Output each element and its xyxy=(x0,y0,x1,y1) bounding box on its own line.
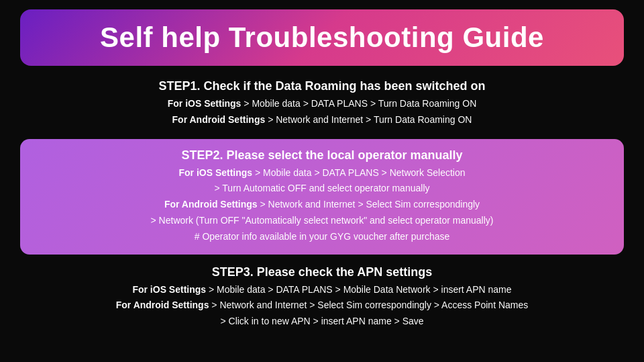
step1-android-text: > Network and Internet > Turn Data Roami… xyxy=(265,114,472,125)
step1-ios-text: > Mobile data > DATA PLANS > Turn Data R… xyxy=(241,98,476,109)
step2-ios-text: > Mobile data > DATA PLANS > Network Sel… xyxy=(252,167,465,178)
step3-android-bold: For Android Settings xyxy=(116,300,209,310)
step3-block: STEP3. Please check the APN settings For… xyxy=(20,259,624,336)
step2-line3: For Android Settings > Network and Inter… xyxy=(40,197,604,213)
step2-operator-info: # Operator info available in your GYG vo… xyxy=(195,231,450,242)
step2-line5: # Operator info available in your GYG vo… xyxy=(40,229,604,245)
step2-android-text: > Network and Internet > Select Sim corr… xyxy=(258,199,480,210)
step1-title: STEP1. Check if the Data Roaming has bee… xyxy=(34,79,610,93)
step3-ios-bold: For iOS Settings xyxy=(132,284,206,295)
step2-line2: > Turn Automatic OFF and select operator… xyxy=(40,181,604,197)
step2-line1: For iOS Settings > Mobile data > DATA PL… xyxy=(40,165,604,181)
step3-android-text: > Network and Internet > Select Sim corr… xyxy=(209,300,528,310)
step2-network-text: > Network (Turn OFF "Automatically selec… xyxy=(151,215,494,226)
step2-block: STEP2. Please select the local operator … xyxy=(20,139,624,255)
step3-ios-text: > Mobile data > DATA PLANS > Mobile Data… xyxy=(206,284,511,295)
page-title: Self help Troubleshooting Guide xyxy=(40,21,604,54)
step3-save-text: > Click in to new APN > insert APN name … xyxy=(220,316,423,326)
step3-line1: For iOS Settings > Mobile data > DATA PL… xyxy=(34,282,610,298)
content-area: STEP1. Check if the Data Roaming has bee… xyxy=(0,73,644,336)
step3-title: STEP3. Please check the APN settings xyxy=(34,265,610,279)
step2-title: STEP2. Please select the local operator … xyxy=(40,148,604,163)
step3-line2: For Android Settings > Network and Inter… xyxy=(34,298,610,314)
step1-android-bold: For Android Settings xyxy=(172,114,266,125)
step1-ios-bold: For iOS Settings xyxy=(168,98,241,109)
step1-line2: For Android Settings > Network and Inter… xyxy=(34,112,610,128)
step2-line4: > Network (Turn OFF "Automatically selec… xyxy=(40,213,604,229)
step3-line3: > Click in to new APN > insert APN name … xyxy=(34,314,610,330)
step2-android-bold: For Android Settings xyxy=(164,199,258,210)
step2-turn-auto: > Turn Automatic OFF and select operator… xyxy=(215,183,430,193)
step1-line1: For iOS Settings > Mobile data > DATA PL… xyxy=(34,96,610,112)
step1-block: STEP1. Check if the Data Roaming has bee… xyxy=(20,73,624,135)
step2-ios-bold: For iOS Settings xyxy=(178,167,252,178)
title-banner: Self help Troubleshooting Guide xyxy=(20,9,624,66)
